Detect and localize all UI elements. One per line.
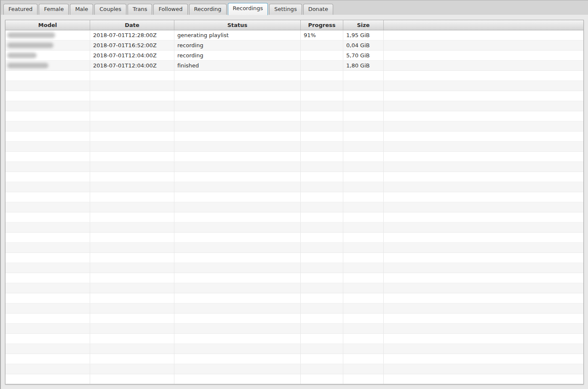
table-row[interactable]: 2018-07-01T12:28:00Zgenerating playlist9… — [5, 30, 583, 40]
table-body: 2018-07-01T12:28:00Zgenerating playlist9… — [5, 30, 583, 384]
table-row-empty[interactable] — [5, 121, 583, 131]
cell-model — [5, 212, 90, 222]
table-row-empty[interactable] — [5, 364, 583, 374]
cell-date — [90, 374, 174, 384]
table-row-empty[interactable] — [5, 283, 583, 293]
tab-settings[interactable]: Settings — [269, 4, 302, 15]
table-row-empty[interactable] — [5, 131, 583, 142]
table-row-empty[interactable] — [5, 334, 583, 344]
table-row-empty[interactable] — [5, 91, 583, 101]
cell-progress — [301, 40, 343, 50]
table-row-empty[interactable] — [5, 192, 583, 202]
tab-recording[interactable]: Recording — [189, 4, 227, 15]
cell-model — [5, 142, 90, 151]
cell-date — [90, 334, 174, 343]
tab-female[interactable]: Female — [39, 4, 69, 15]
table-row-empty[interactable] — [5, 243, 583, 253]
table-row-empty[interactable] — [5, 293, 583, 303]
recordings-table: ModelDateStatusProgressSize 2018-07-01T1… — [5, 20, 584, 384]
column-header-status[interactable]: Status — [174, 20, 301, 30]
cell-date — [90, 223, 174, 232]
table-row-empty[interactable] — [5, 314, 583, 324]
column-header-model[interactable]: Model — [5, 20, 90, 30]
cell-size — [343, 202, 384, 212]
table-row-empty[interactable] — [5, 324, 583, 334]
cell-spacer — [384, 223, 583, 232]
cell-progress — [301, 223, 343, 232]
app-window: FeaturedFemaleMaleCouplesTransFollowedRe… — [0, 0, 588, 389]
cell-status — [174, 273, 301, 283]
table-row-empty[interactable] — [5, 81, 583, 91]
tab-bar: FeaturedFemaleMaleCouplesTransFollowedRe… — [1, 0, 588, 15]
cell-status — [174, 121, 301, 131]
cell-date — [90, 101, 174, 111]
table-row[interactable]: 2018-07-01T16:52:00Zrecording0,04 GiB — [5, 40, 583, 51]
cell-model — [5, 71, 90, 80]
column-header-progress[interactable]: Progress — [301, 20, 343, 30]
table-row-empty[interactable] — [5, 233, 583, 243]
cell-size — [343, 324, 384, 333]
cell-spacer — [384, 81, 583, 91]
tab-couples[interactable]: Couples — [94, 4, 126, 15]
table-row-empty[interactable] — [5, 172, 583, 182]
table-row-empty[interactable] — [5, 303, 583, 314]
cell-status — [174, 223, 301, 232]
cell-model — [5, 111, 90, 121]
cell-spacer — [384, 131, 583, 141]
cell-progress — [301, 202, 343, 212]
column-header-date[interactable]: Date — [90, 20, 174, 30]
tab-followed[interactable]: Followed — [153, 4, 187, 15]
table-row-empty[interactable] — [5, 223, 583, 233]
column-header-size[interactable]: Size — [343, 20, 384, 30]
table-row-empty[interactable] — [5, 142, 583, 152]
table-row-empty[interactable] — [5, 202, 583, 212]
cell-size — [343, 131, 384, 141]
cell-progress — [301, 314, 343, 323]
tab-trans[interactable]: Trans — [128, 4, 152, 15]
column-header-spacer[interactable] — [384, 20, 583, 30]
cell-model — [5, 30, 90, 40]
tab-recordings[interactable]: Recordings — [228, 3, 268, 15]
cell-model — [5, 91, 90, 101]
cell-size — [343, 121, 384, 131]
table-row-empty[interactable] — [5, 212, 583, 223]
cell-status — [174, 253, 301, 263]
table-row-empty[interactable] — [5, 182, 583, 192]
cell-status — [174, 162, 301, 172]
cell-progress — [301, 293, 343, 303]
cell-progress — [301, 354, 343, 364]
cell-size — [343, 182, 384, 192]
table-row-empty[interactable] — [5, 162, 583, 172]
table-row-empty[interactable] — [5, 354, 583, 364]
table-row[interactable]: 2018-07-01T12:04:00Zrecording5,70 GiB — [5, 51, 583, 61]
table-row-empty[interactable] — [5, 111, 583, 121]
table-row[interactable]: 2018-07-01T12:04:00Zfinished1,80 GiB — [5, 61, 583, 71]
cell-progress — [301, 374, 343, 384]
cell-model — [5, 293, 90, 303]
table-row-empty[interactable] — [5, 273, 583, 283]
table-row-empty[interactable] — [5, 263, 583, 273]
cell-status — [174, 172, 301, 182]
cell-progress — [301, 71, 343, 80]
cell-date — [90, 364, 174, 374]
table-row-empty[interactable] — [5, 374, 583, 384]
table-row-empty[interactable] — [5, 101, 583, 111]
cell-progress — [301, 172, 343, 182]
tab-donate[interactable]: Donate — [303, 4, 333, 15]
table-row-empty[interactable] — [5, 152, 583, 162]
cell-spacer — [384, 334, 583, 343]
cell-date — [90, 121, 174, 131]
table-row-empty[interactable] — [5, 71, 583, 81]
cell-progress — [301, 131, 343, 141]
table-row-empty[interactable] — [5, 253, 583, 263]
cell-status: finished — [174, 61, 301, 70]
cell-progress — [301, 111, 343, 121]
cell-spacer — [384, 162, 583, 172]
cell-spacer — [384, 273, 583, 283]
cell-spacer — [384, 364, 583, 374]
tab-male[interactable]: Male — [70, 4, 93, 15]
tab-featured[interactable]: Featured — [3, 4, 37, 15]
cell-status — [174, 374, 301, 384]
cell-model — [5, 40, 90, 50]
table-row-empty[interactable] — [5, 344, 583, 354]
